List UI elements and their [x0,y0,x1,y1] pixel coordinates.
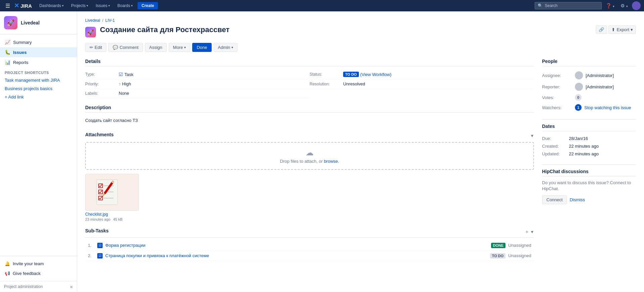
assign-button[interactable]: Assign [145,43,167,52]
subtask-num-1: 1. [88,243,95,248]
issues-menu[interactable]: Issues ▾ [93,2,113,9]
priority-value: ↑ High [119,81,131,86]
subtasks-title: Sub-Tasks [85,228,109,235]
action-bar: ✏ Edit 💬 Comment Assign More ▾ Done Admi… [85,43,636,52]
type-row: Type: ☑ Task [85,70,310,79]
updated-value: 22 minutes ago [569,151,599,156]
subtask-assignee-2: Unassigned [508,253,531,258]
shortcut-business-basics[interactable]: Business projects basics [0,84,77,93]
shortcut-label: Task management with JIRA [5,78,60,83]
issue-sidebar: People Assignee: [Administrator] Reporte… [542,59,636,268]
project-header: 🚀 Livedeal [0,11,77,34]
edit-button[interactable]: ✏ Edit [85,43,106,52]
invite-team-button[interactable]: 🔔 Invite your team [0,259,77,269]
sidebar-item-issues[interactable]: 🐛 Issues [0,47,77,57]
attachments-toggle[interactable]: ▾ [530,132,534,139]
jira-x-icon: ✕ [14,2,19,9]
issue-main: Details Type: ☑ Task [85,59,534,268]
issues-icon: 🐛 [5,50,10,55]
due-label: Due: [542,136,569,141]
done-button[interactable]: Done [192,43,211,52]
main-content: Livedeal / LIV-1 🚀 Создание сайта для Ро… [77,11,644,292]
attachment-time: 23 minutes ago [85,217,110,221]
subtask-name-2[interactable]: Страница покупки и привязка к платёжной … [105,253,487,258]
add-link-button[interactable]: + Add link [0,93,77,101]
dates-section: Dates Due: 28/Jan/16 Created: 22 minutes… [542,124,636,158]
more-button[interactable]: More ▾ [169,43,191,52]
boards-menu[interactable]: Boards ▾ [115,2,136,9]
share-button[interactable]: 🔗 [596,25,607,34]
svg-point-18 [576,77,582,79]
resolution-row: Resolution: Unresolved [310,79,534,89]
projects-menu[interactable]: Projects ▾ [68,2,91,9]
assignee-row: Assignee: [Administrator] [542,70,636,81]
edit-icon: ✏ [90,45,93,50]
drop-zone[interactable]: ☁ Drop files to attach, or browse. [85,142,534,170]
section-divider-1 [542,119,636,120]
view-workflow-link[interactable]: (View Workflow) [360,72,391,77]
settings-button[interactable]: ⚙ ▾ [619,2,630,10]
reporter-name: [Administrator] [586,84,614,89]
share-icon: 🔗 [599,27,604,32]
stop-watching-link[interactable]: Stop watching this issue [584,105,631,110]
project-admin-button[interactable]: Project administration « [0,281,77,292]
sidebar-item-summary[interactable]: 📈 Summary [0,37,77,47]
subtasks-toggle[interactable]: ▾ [530,228,534,235]
shortcut-label: Business projects basics [5,86,52,91]
page-title: Создание сайта для Ростехрассвет [100,25,592,34]
search-bar[interactable]: 🔍 [535,2,602,9]
reporter-avatar [575,83,583,91]
give-feedback-button[interactable]: 📢 Give feedback [0,269,77,278]
watchers-row: Watchers: 1 Stop watching this issue [542,102,636,113]
browse-link[interactable]: browse. [324,159,339,164]
sidebar-item-label: Issues [13,50,26,55]
project-admin-label: Project administration [4,284,43,289]
subtask-name-1[interactable]: Форма регистрации [105,243,488,248]
updated-label: Updated: [542,151,569,156]
jira-text: JIRA [20,3,32,9]
dashboards-menu[interactable]: Dashboards ▾ [37,2,66,9]
summary-icon: 📈 [5,40,10,45]
people-title: People [542,59,636,66]
sidebar-nav: 📈 Summary 🐛 Issues 📊 Reports PROJECT SHO… [0,34,77,256]
breadcrumb-project[interactable]: Livedeal [85,18,100,23]
watchers-badge: 1 [575,104,582,111]
user-avatar[interactable] [632,1,641,10]
help-button[interactable]: ❓ ▾ [604,2,616,10]
sidebar-item-label: Reports [13,60,29,65]
hipchat-description: Do you want to discuss this issue? Conne… [542,180,636,192]
invite-icon: 🔔 [5,261,10,266]
dates-title: Dates [542,124,636,131]
help-icon: ❓ [606,3,611,8]
labels-value: None [119,91,129,96]
sidebar: 🚀 Livedeal 📈 Summary 🐛 Issues 📊 Reports … [0,11,77,292]
create-button[interactable]: Create [138,2,158,9]
status-badge: TO DO [343,72,359,77]
priority-row: Priority: ↑ High [85,79,310,89]
reports-icon: 📊 [5,60,10,65]
sidebar-item-reports[interactable]: 📊 Reports [0,57,77,67]
due-row: Due: 28/Jan/16 [542,135,636,142]
export-button[interactable]: ⬆ Export ▾ [608,25,636,34]
details-grid: Type: ☑ Task Priority: ↑ High [85,70,534,98]
attachment-name[interactable]: Checklist.jpg [85,212,139,217]
svg-point-19 [577,84,581,87]
shortcut-task-management[interactable]: Task management with JIRA [0,76,77,84]
comment-button[interactable]: 💬 Comment [108,43,143,52]
issue-type-icon: 🚀 [85,27,96,38]
reporter-label: Reporter: [542,84,572,89]
assignee-name: [Administrator] [586,73,614,78]
attachment-thumbnail[interactable] [85,174,139,211]
export-icon: ⬆ [611,27,615,32]
hipchat-connect-button[interactable]: Connect [542,195,567,204]
admin-button[interactable]: Admin ▾ [214,43,238,52]
hipchat-dismiss-button[interactable]: Dismiss [570,195,585,204]
details-left: Type: ☑ Task Priority: ↑ High [85,70,310,98]
menu-icon[interactable]: ☰ [3,3,12,9]
assignee-avatar [575,71,583,79]
subtask-add-button[interactable]: + [525,228,529,235]
breadcrumb-issue-id[interactable]: LIV-1 [105,18,115,23]
search-input[interactable] [545,3,599,8]
created-row: Created: 22 minutes ago [542,142,636,150]
watchers-label: Watchers: [542,105,572,110]
